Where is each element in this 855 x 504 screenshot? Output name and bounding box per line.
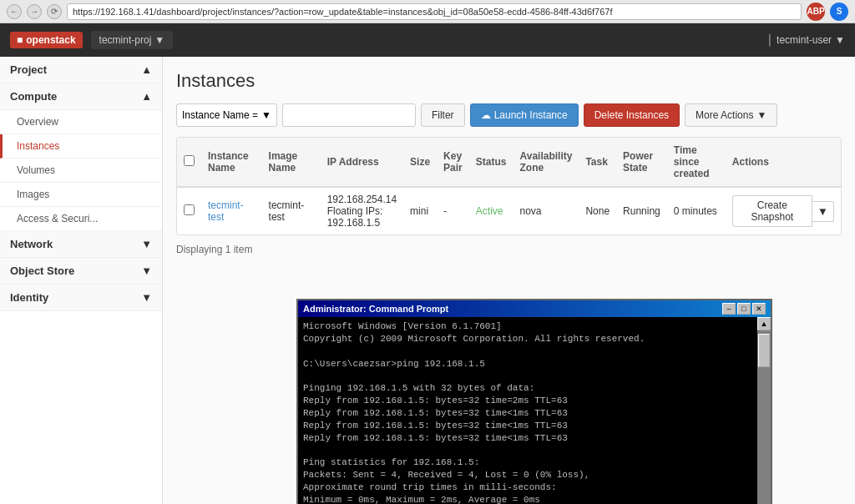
project-tab[interactable]: tecmint-proj ▼ (91, 31, 174, 49)
cmd-line-4: C:\Users\caezsar>ping 192.168.1.5 (303, 358, 752, 370)
url-bar[interactable] (67, 3, 802, 20)
profile2-avatar: S (830, 3, 848, 21)
row-size: mini (403, 187, 437, 234)
ip-floating: 192.168.1.5 (327, 217, 397, 229)
sidebar-compute-section[interactable]: Compute ▲ (0, 83, 162, 110)
col-power-state: PowerState (616, 138, 667, 187)
sidebar-item-volumes[interactable]: Volumes (0, 159, 162, 183)
row-image-name: tecmint-test (262, 187, 321, 234)
browser-bar: ← → ⟳ ABP S (0, 0, 855, 23)
cmd-close-button[interactable]: ✕ (752, 303, 766, 315)
page-title: Instances (176, 70, 842, 92)
sidebar-identity-chevron: ▼ (141, 291, 152, 304)
cmd-line-7: Reply from 192.168.1.5: bytes=32 time=2m… (303, 395, 752, 407)
col-key-pair: KeyPair (437, 138, 469, 187)
col-time-created: Time sincecreated (667, 138, 726, 187)
cmd-scroll-thumb[interactable] (758, 334, 770, 367)
main-layout: Project ▲ Compute ▲ Overview Instances V… (0, 57, 855, 504)
cmd-minimize-button[interactable]: – (722, 303, 736, 315)
filter-chevron: ▼ (261, 109, 271, 121)
openstack-logo-text: openstack (26, 34, 75, 46)
snapshot-group: Create Snapshot ▼ (732, 195, 834, 227)
sidebar-item-access[interactable]: Access & Securi... (0, 207, 162, 231)
cmd-line-3 (303, 345, 752, 358)
filter-button[interactable]: Filter (421, 103, 465, 127)
delete-btn-label: Delete Instances (594, 109, 669, 121)
sidebar-overview-label: Overview (17, 116, 58, 128)
col-image-name: ImageName (262, 138, 321, 187)
cmd-line-1: Microsoft Windows [Version 6.1.7601] (303, 320, 752, 333)
sidebar-network-label: Network (10, 238, 53, 250)
filter-label: Instance Name = (182, 109, 258, 121)
cmd-line-15: Minimum = 0ms, Maximum = 2ms, Average = … (303, 494, 752, 504)
cmd-window[interactable]: Administrator: Command Prompt – □ ✕ Micr… (296, 299, 772, 504)
project-tab-chevron: ▼ (154, 34, 164, 46)
col-task: Task (579, 138, 616, 187)
row-instance-name: tecmint-test (201, 187, 262, 234)
sidebar-images-label: Images (17, 189, 49, 200)
table-row: tecmint-test tecmint-test 192.168.254.14… (177, 187, 841, 234)
more-actions-chevron: ▼ (756, 109, 766, 121)
sidebar-volumes-label: Volumes (17, 164, 55, 176)
sidebar-network-section[interactable]: Network ▼ (0, 231, 162, 258)
cmd-line-12: Ping statistics for 192.168.1.5: (303, 456, 752, 469)
row-checkbox-cell (177, 187, 201, 234)
row-power-state: Running (616, 187, 667, 234)
instance-name-link[interactable]: tecmint-test (208, 199, 244, 223)
cmd-title: Administrator: Command Prompt (303, 304, 448, 314)
forward-button[interactable]: → (27, 4, 42, 19)
back-button[interactable]: ← (7, 4, 22, 19)
sidebar-identity-section[interactable]: Identity ▼ (0, 285, 162, 311)
col-size: Size (403, 138, 437, 187)
row-checkbox[interactable] (184, 204, 195, 215)
username-label: tecmint-user (777, 34, 832, 46)
cmd-content-area: Microsoft Windows [Version 6.1.7601] Cop… (298, 317, 771, 504)
sidebar-object-store-label: Object Store (10, 265, 74, 277)
sidebar-item-instances[interactable]: Instances (0, 134, 162, 159)
sidebar-project-section[interactable]: Project ▲ (0, 57, 162, 83)
more-actions-label: More Actions (696, 109, 753, 121)
cmd-restore-button[interactable]: □ (737, 303, 751, 315)
top-navbar: ■ openstack tecmint-proj ▼ │ tecmint-use… (0, 23, 855, 57)
cmd-scrollbar[interactable]: ▲ ▼ (757, 317, 771, 504)
refresh-button[interactable]: ⟳ (47, 4, 62, 19)
delete-instances-button[interactable]: Delete Instances (584, 103, 680, 127)
sidebar-network-chevron: ▼ (141, 238, 152, 250)
cmd-line-6: Pinging 192.168.1.5 with 32 bytes of dat… (303, 382, 752, 395)
table-header-row: InstanceName ImageName IP Address Size K… (177, 138, 841, 187)
user-chevron: ▼ (835, 34, 845, 46)
cmd-line-14: Approximate round trip times in milli-se… (303, 481, 752, 494)
sidebar-project-chevron: ▲ (141, 63, 152, 76)
profile1-avatar: ABP (807, 3, 825, 21)
filter-input[interactable] (282, 103, 416, 127)
sidebar-identity-label: Identity (10, 291, 48, 304)
launch-instance-button[interactable]: ☁ Launch Instance (470, 103, 579, 127)
cmd-line-13: Packets: Sent = 4, Received = 4, Lost = … (303, 469, 752, 481)
cmd-line-2: Copyright (c) 2009 Microsoft Corporation… (303, 333, 752, 345)
col-actions: Actions (726, 138, 841, 187)
cmd-line-9: Reply from 192.168.1.5: bytes=32 time<1m… (303, 420, 752, 432)
ip-floating-label: Floating IPs: (327, 205, 397, 217)
sidebar-access-label: Access & Securi... (17, 213, 98, 224)
row-status: Active (469, 187, 514, 234)
openstack-logo-icon: ■ (17, 34, 23, 46)
cmd-scroll-track (757, 330, 771, 504)
col-ip-address: IP Address (321, 138, 403, 187)
sidebar-object-store-section[interactable]: Object Store ▼ (0, 258, 162, 285)
ip-primary: 192.168.254.14 (327, 194, 397, 205)
filter-select[interactable]: Instance Name = ▼ (176, 103, 277, 127)
col-status: Status (469, 138, 514, 187)
launch-btn-label: Launch Instance (494, 109, 568, 121)
more-actions-button[interactable]: More Actions ▼ (685, 103, 777, 127)
instances-table-container: InstanceName ImageName IP Address Size K… (176, 137, 842, 235)
launch-icon: ☁ (481, 109, 491, 121)
user-menu[interactable]: │ tecmint-user ▼ (767, 34, 845, 46)
create-snapshot-dropdown[interactable]: ▼ (812, 201, 834, 222)
cmd-scroll-up[interactable]: ▲ (757, 317, 771, 330)
cmd-body: Microsoft Windows [Version 6.1.7601] Cop… (298, 317, 757, 504)
sidebar-item-overview[interactable]: Overview (0, 110, 162, 134)
create-snapshot-button[interactable]: Create Snapshot (732, 195, 812, 227)
select-all-checkbox[interactable] (184, 155, 195, 166)
col-availability-zone: AvailabilityZone (513, 138, 579, 187)
sidebar-item-images[interactable]: Images (0, 183, 162, 207)
